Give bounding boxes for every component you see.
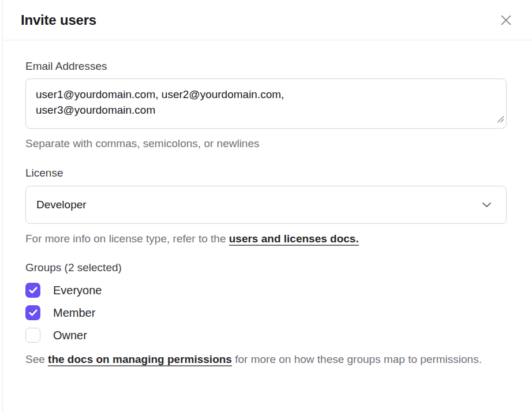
- groups-label: Groups (2 selected): [25, 261, 507, 274]
- license-label: License: [25, 166, 507, 179]
- email-helper-text: Separate with commas, semicolons, or new…: [25, 136, 507, 151]
- license-selected-value: Developer: [36, 198, 87, 211]
- group-checkbox-row[interactable]: Owner: [25, 328, 507, 343]
- group-checkbox-row[interactable]: Member: [25, 305, 507, 320]
- groups-helper-text: See the docs on managing permissions for…: [25, 351, 507, 368]
- checkmark-icon: [29, 309, 38, 316]
- modal-body: Email Addresses user1@yourdomain.com, us…: [3, 40, 532, 368]
- license-helper-prefix: For more info on license type, refer to …: [25, 233, 229, 245]
- email-textarea-wrap: user1@yourdomain.com, user2@yourdomain.c…: [25, 78, 507, 129]
- groups-list: Everyone Member Owner: [25, 283, 507, 343]
- invite-users-modal: Invite users Email Addresses user1@yourd…: [2, 0, 532, 412]
- close-button[interactable]: [497, 12, 515, 29]
- checkbox[interactable]: [25, 305, 40, 320]
- modal-header: Invite users: [3, 0, 532, 40]
- groups-helper-suffix: for more on how these groups map to perm…: [232, 353, 482, 365]
- modal-title: Invite users: [21, 12, 96, 28]
- checkbox[interactable]: [25, 328, 40, 343]
- email-addresses-input[interactable]: user1@yourdomain.com, user2@yourdomain.c…: [25, 78, 507, 129]
- checkbox[interactable]: [25, 283, 40, 298]
- checkmark-icon: [29, 287, 38, 294]
- group-checkbox-label: Owner: [53, 329, 87, 342]
- group-checkbox-label: Everyone: [53, 284, 102, 297]
- license-helper-text: For more info on license type, refer to …: [25, 231, 507, 246]
- license-select[interactable]: Developer: [25, 186, 507, 224]
- group-checkbox-row[interactable]: Everyone: [25, 283, 507, 298]
- users-licenses-docs-link[interactable]: users and licenses docs.: [229, 233, 359, 245]
- managing-permissions-docs-link[interactable]: the docs on managing permissions: [48, 353, 232, 365]
- chevron-down-icon: [482, 202, 492, 208]
- group-checkbox-label: Member: [53, 306, 95, 320]
- close-icon: [499, 13, 513, 27]
- groups-helper-prefix: See: [25, 353, 48, 365]
- email-addresses-label: Email Addresses: [25, 59, 507, 73]
